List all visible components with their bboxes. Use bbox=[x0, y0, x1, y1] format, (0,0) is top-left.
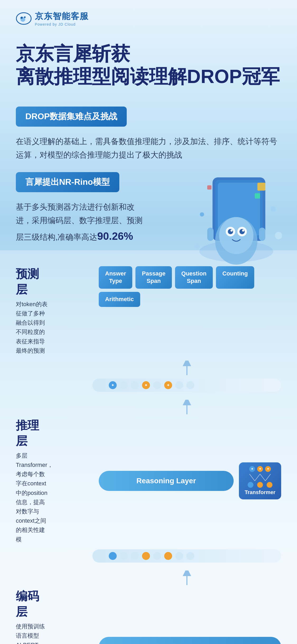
encoding-layer-left: 编码层 使用预训练语言模型ALBERT-xxlarge，用于编码输入的文档和问题… bbox=[16, 588, 92, 644]
encoding-layer-content: ALBERT-xxlarge bbox=[99, 637, 281, 644]
arrow-up-icon bbox=[180, 361, 194, 376]
rdot-6 bbox=[186, 552, 194, 560]
svg-rect-18 bbox=[255, 193, 260, 199]
robot-svg bbox=[181, 162, 292, 273]
transformer-bottom-orange bbox=[257, 482, 263, 488]
tag-passage-span: PassageSpan bbox=[135, 266, 172, 289]
prediction-layer-row: 预测层 对token的表征做了多种融合以得到不同粒度的表征来指导最终的预测 An… bbox=[16, 266, 281, 355]
rdot-orange-1 bbox=[142, 552, 150, 560]
encoding-layer-label: 编码层 bbox=[16, 588, 50, 620]
hero-title-line2: 离散推理型阅读理解DROP冠军 bbox=[16, 66, 280, 87]
svg-point-23 bbox=[194, 243, 199, 249]
svg-point-20 bbox=[200, 212, 204, 217]
prediction-layer-left: 预测层 对token的表征做了多种融合以得到不同粒度的表征来指导最终的预测 bbox=[16, 266, 92, 355]
reasoning-bar: Reasoning Layer bbox=[99, 471, 234, 491]
svg-point-13 bbox=[230, 229, 233, 232]
dot-2 bbox=[120, 381, 128, 389]
rdot-blue bbox=[109, 552, 117, 560]
model-badge: 言犀提出NR-Rino模型 bbox=[16, 172, 119, 192]
svg-point-14 bbox=[242, 229, 244, 232]
encoding-layer-row: 编码层 使用预训练语言模型ALBERT-xxlarge，用于编码输入的文档和问题… bbox=[16, 588, 281, 644]
dot-1 bbox=[98, 381, 106, 389]
rdot-3 bbox=[131, 552, 139, 560]
arrow-encoding bbox=[92, 571, 281, 586]
drop-desc: 在语义理解的基础上，需具备数值推理能力，涉及加法、排序、统计等符号运算，对模型的… bbox=[16, 135, 281, 162]
reasoning-layer-desc: 多层Transformer，考虑每个数字在context中的position信息… bbox=[16, 451, 50, 544]
rdot-4 bbox=[153, 552, 161, 560]
dot-4 bbox=[153, 381, 161, 389]
logo-sub-text: Powered by JD Cloud bbox=[35, 22, 89, 26]
svg-rect-19 bbox=[207, 185, 211, 190]
transformer-node-orange-1: ✦ bbox=[257, 466, 263, 472]
reasoning-layer-label: 推理层 bbox=[16, 418, 50, 449]
encoding-layer-desc: 使用预训练语言模型ALBERT-xxlarge，用于编码输入的文档和问题，以得到… bbox=[16, 622, 50, 644]
encoding-bar: ALBERT-xxlarge bbox=[99, 637, 281, 644]
logo: 京东智能客服 Powered by JD Cloud bbox=[16, 11, 89, 26]
tag-arithmetic: Arithmetic bbox=[99, 292, 140, 307]
dot-star-blue-1: ✦ bbox=[109, 381, 117, 389]
logo-text: 京东智能客服 Powered by JD Cloud bbox=[35, 11, 89, 26]
dot-6 bbox=[186, 381, 194, 389]
svg-point-22 bbox=[275, 232, 282, 239]
rdot-5 bbox=[175, 552, 183, 560]
model-section: 言犀提出NR-Rino模型 基于多头预测器方法进行创新和改进，采用编码层、数字推… bbox=[0, 167, 297, 250]
transformer-bottom-orange2 bbox=[267, 482, 272, 488]
prediction-dots-row: ✦ ✦ ✦ bbox=[92, 379, 281, 392]
svg-rect-16 bbox=[259, 228, 265, 241]
dot-star-orange-2: ✦ bbox=[164, 381, 172, 389]
arrow-up-encoding-icon bbox=[180, 571, 194, 586]
prediction-dots-track: ✦ ✦ ✦ bbox=[92, 379, 281, 392]
drop-section: DROP数据集难点及挑战 在语义理解的基础上，需具备数值推理能力，涉及加法、排序… bbox=[0, 96, 297, 162]
svg-point-12 bbox=[239, 229, 245, 234]
architecture-section: 预测层 对token的表征做了多种融合以得到不同粒度的表征来指导最终的预测 An… bbox=[0, 250, 297, 644]
drop-badge: DROP数据集难点及挑战 bbox=[16, 107, 127, 127]
reasoning-layer-content: Reasoning Layer ✦ ✦ ✦ bbox=[99, 462, 281, 499]
model-accuracy: 90.26% bbox=[97, 230, 133, 242]
svg-line-29 bbox=[265, 474, 271, 481]
arrow-up-reasoning-icon bbox=[180, 400, 194, 416]
transformer-box: ✦ ✦ ✦ Transformer bbox=[239, 462, 281, 499]
transformer-node-orange-2: ✦ bbox=[265, 466, 271, 472]
svg-point-1 bbox=[21, 17, 23, 19]
logo-main-text: 京东智能客服 bbox=[35, 11, 89, 22]
rdot-orange-2 bbox=[164, 552, 172, 560]
prediction-layer-label: 预测层 bbox=[16, 266, 50, 297]
svg-point-11 bbox=[228, 229, 233, 234]
svg-line-27 bbox=[255, 474, 260, 481]
reasoning-dots-track bbox=[92, 549, 281, 563]
tag-answer-type: AnswerType bbox=[99, 266, 132, 289]
dot-3 bbox=[131, 381, 139, 389]
transformer-lines bbox=[244, 473, 276, 481]
model-desc: 基于多头预测器方法进行创新和改进，采用编码层、数字推理层、预测层三级结构,准确率… bbox=[16, 200, 148, 245]
svg-line-26 bbox=[249, 474, 255, 481]
svg-rect-17 bbox=[257, 183, 265, 191]
svg-rect-15 bbox=[207, 228, 214, 241]
rdot-1 bbox=[98, 552, 106, 560]
transformer-label: Transformer bbox=[245, 489, 276, 495]
reasoning-layer-row: 推理层 多层Transformer，考虑每个数字在context中的positi… bbox=[16, 418, 281, 544]
arrow-reasoning bbox=[92, 400, 281, 416]
jd-logo-icon bbox=[16, 12, 32, 25]
svg-point-21 bbox=[271, 206, 276, 212]
dot-star-orange-1: ✦ bbox=[142, 381, 150, 389]
hero-title-line1: 京东言犀斩获 bbox=[16, 43, 130, 64]
hero-section: 京东言犀斩获 离散推理型阅读理解DROP冠军 bbox=[0, 32, 297, 96]
hero-title: 京东言犀斩获 离散推理型阅读理解DROP冠军 bbox=[16, 42, 281, 88]
transformer-bottom-blue bbox=[248, 482, 253, 488]
reasoning-layer-left: 推理层 多层Transformer，考虑每个数字在context中的positi… bbox=[16, 418, 92, 544]
prediction-layer-desc: 对token的表征做了多种融合以得到不同粒度的表征来指导最终的预测 bbox=[16, 300, 50, 355]
svg-point-2 bbox=[24, 16, 26, 18]
header: 京东智能客服 Powered by JD Cloud bbox=[0, 0, 297, 32]
reasoning-dots-row bbox=[92, 549, 281, 563]
robot-illustration bbox=[181, 162, 292, 273]
arrow-pred bbox=[92, 361, 281, 376]
svg-line-28 bbox=[260, 474, 265, 481]
dot-5 bbox=[175, 381, 183, 389]
transformer-node-blue: ✦ bbox=[249, 466, 255, 472]
svg-point-8 bbox=[219, 217, 253, 254]
rdot-2 bbox=[120, 552, 128, 560]
